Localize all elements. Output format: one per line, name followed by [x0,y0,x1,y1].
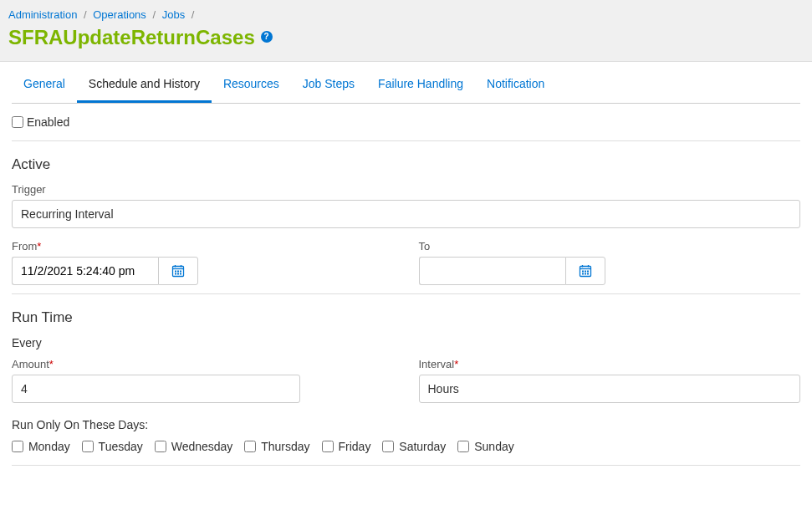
active-section: Active Trigger From* [12,141,800,294]
tab-general[interactable]: General [12,67,77,103]
svg-rect-19 [587,273,589,275]
enabled-checkbox[interactable] [12,116,23,128]
trigger-label: Trigger [12,183,800,196]
day-friday-checkbox[interactable] [322,441,334,452]
runtime-heading: Run Time [12,309,800,326]
day-wednesday-checkbox[interactable] [155,441,166,452]
svg-rect-7 [175,273,176,275]
tab-resources[interactable]: Resources [212,67,291,103]
svg-rect-18 [585,273,586,275]
svg-rect-8 [177,273,179,275]
help-icon[interactable]: ? [261,31,273,43]
svg-rect-17 [582,273,584,275]
active-heading: Active [12,156,800,173]
breadcrumb-sep: / [84,8,87,21]
day-wednesday-label: Wednesday [171,440,233,453]
svg-rect-15 [585,271,586,273]
tab-schedule-history[interactable]: Schedule and History [77,67,212,103]
svg-rect-14 [582,271,584,273]
from-date-group [12,257,200,285]
interval-input[interactable] [419,375,801,403]
runtime-section: Run Time Every Amount* Interval* Run Onl… [12,294,800,465]
to-input[interactable] [419,257,565,285]
breadcrumb-sep: / [152,8,156,21]
amount-label: Amount* [12,358,394,370]
to-calendar-button[interactable] [565,257,605,285]
day-sunday-checkbox[interactable] [457,441,469,452]
every-label: Every [12,336,800,349]
day-saturday-label: Saturday [399,440,446,453]
day-saturday-checkbox[interactable] [382,441,394,452]
day-friday-label: Friday [339,440,371,453]
tabs: General Schedule and History Resources J… [12,67,800,104]
interval-label: Interval* [419,358,801,370]
svg-rect-9 [180,273,181,275]
days-heading: Run Only On These Days: [12,418,800,431]
breadcrumb-administration[interactable]: Administration [8,8,77,21]
breadcrumb-jobs[interactable]: Jobs [162,8,185,21]
calendar-icon [171,264,185,278]
svg-rect-4 [175,271,176,273]
calendar-icon [579,264,592,278]
trigger-input[interactable] [12,200,800,228]
day-tuesday-label: Tuesday [99,440,143,453]
days-row: Monday Tuesday Wednesday Thursday Friday… [12,440,800,462]
enabled-label: Enabled [27,115,69,129]
svg-rect-5 [177,271,179,273]
amount-input[interactable] [12,375,300,403]
svg-rect-6 [180,271,181,273]
day-monday-label: Monday [28,440,70,453]
breadcrumb-operations[interactable]: Operations [93,8,146,21]
tab-notification[interactable]: Notification [475,67,556,103]
from-label: From* [12,240,394,252]
from-calendar-button[interactable] [158,257,198,285]
breadcrumb-sep: / [192,8,195,21]
tab-job-steps[interactable]: Job Steps [291,67,366,103]
day-sunday-label: Sunday [474,440,513,453]
from-input[interactable] [12,257,158,285]
content-area: General Schedule and History Resources J… [0,67,812,482]
day-thursday-label: Thursday [261,440,309,453]
day-monday-checkbox[interactable] [12,441,23,452]
page-title: SFRAUpdateReturnCases [8,26,255,49]
day-thursday-checkbox[interactable] [244,441,256,452]
day-tuesday-checkbox[interactable] [82,441,94,452]
enabled-row: Enabled [12,104,800,141]
svg-rect-16 [587,271,589,273]
to-label: To [419,240,801,252]
to-date-group [419,257,607,285]
trigger-field: Trigger [12,183,800,228]
section-divider [12,465,800,466]
header-bar: Administration / Operations / Jobs / SFR… [0,0,812,62]
breadcrumb: Administration / Operations / Jobs / [8,8,804,21]
tab-failure-handling[interactable]: Failure Handling [366,67,475,103]
